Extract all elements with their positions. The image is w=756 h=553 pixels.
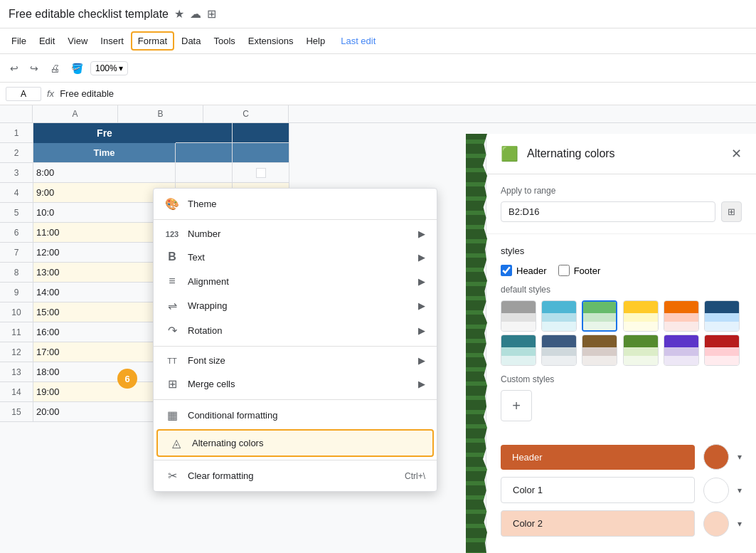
swatch-slate[interactable] xyxy=(541,335,577,366)
menu-item-theme-label: Theme xyxy=(188,199,425,209)
star-icon[interactable]: ★ xyxy=(174,7,184,21)
swatch-red[interactable] xyxy=(704,335,740,366)
swatch-purple[interactable] xyxy=(664,335,699,366)
range-grid-btn[interactable]: ⊞ xyxy=(721,201,742,222)
subheader-time[interactable]: Time xyxy=(33,143,176,163)
menu-format[interactable]: Format xyxy=(131,31,174,51)
menu-help[interactable]: Help xyxy=(300,33,331,49)
header-cell-title[interactable]: Fre xyxy=(33,123,176,143)
menu-item-theme[interactable]: 🎨 Theme xyxy=(154,191,437,216)
alternating-colors-panel: 🟩 Alternating colors ✕ Apply to range ⊞ … xyxy=(486,134,756,553)
col-header-a[interactable]: A xyxy=(33,105,118,122)
range-input[interactable] xyxy=(501,201,715,222)
header-cell-c1[interactable] xyxy=(233,123,289,143)
row-num-12[interactable]: 12 xyxy=(0,342,33,362)
text-arrow-icon: ▶ xyxy=(418,252,425,263)
menu-file[interactable]: File xyxy=(6,33,32,49)
menu-item-conditional[interactable]: ▦ Conditional formatting xyxy=(154,403,437,428)
row-num-4[interactable]: 4 xyxy=(0,183,33,203)
cell-reference[interactable]: A xyxy=(6,87,41,101)
apply-to-range-section: Apply to range ⊞ xyxy=(486,174,756,234)
menu-tools[interactable]: Tools xyxy=(208,33,240,49)
footer-checkbox-label[interactable]: Footer xyxy=(558,265,601,276)
row-num-7[interactable]: 7 xyxy=(0,243,33,263)
cell-time-800[interactable]: 8:00 xyxy=(33,163,176,183)
rotation-icon: ↷ xyxy=(165,324,179,337)
menu-item-wrapping[interactable]: ⇌ Wrapping ▶ xyxy=(154,293,437,318)
header-checkbox-label[interactable]: Header xyxy=(501,265,547,276)
swatch-seafoam[interactable] xyxy=(501,335,536,366)
header-color-btn[interactable]: Header xyxy=(501,445,695,470)
cell-b3[interactable] xyxy=(176,163,233,183)
menu-item-clear-formatting[interactable]: ✂ Clear formatting Ctrl+\ xyxy=(154,463,437,488)
row-num-1[interactable]: 1 xyxy=(0,123,33,143)
row-num-15[interactable]: 15 xyxy=(0,402,33,422)
alternating-colors-icon: ◬ xyxy=(169,436,183,450)
menu-item-rotation-label: Rotation xyxy=(188,325,410,336)
swatch-blue[interactable] xyxy=(704,300,740,332)
menu-item-number[interactable]: 123 Number ▶ xyxy=(154,223,437,245)
save-icon[interactable]: ☁ xyxy=(190,7,201,21)
row-num-6[interactable]: 6 xyxy=(0,223,33,243)
menu-data[interactable]: Data xyxy=(176,33,206,49)
menu-edit[interactable]: Edit xyxy=(33,33,60,49)
menu-insert[interactable]: Insert xyxy=(95,33,129,49)
swatch-orange[interactable] xyxy=(664,300,699,332)
col-header-c[interactable]: C xyxy=(203,105,289,122)
cloud-icon[interactable]: ⊞ xyxy=(207,7,216,21)
header-color-dropdown[interactable]: ▾ xyxy=(738,452,742,462)
color2-dropdown[interactable]: ▾ xyxy=(738,519,742,529)
menu-item-alignment[interactable]: ≡ Alignment ▶ xyxy=(154,269,437,293)
color2-swatch[interactable] xyxy=(703,511,729,537)
panel-close-btn[interactable]: ✕ xyxy=(731,146,742,162)
row-num-13[interactable]: 13 xyxy=(0,362,33,382)
add-custom-style-btn[interactable]: + xyxy=(501,390,532,421)
print-btn[interactable]: 🖨 xyxy=(46,60,64,77)
row-num-5[interactable]: 5 xyxy=(0,203,33,223)
menu-item-alternating-colors[interactable]: ◬ Alternating colors xyxy=(156,429,434,457)
zoom-selector[interactable]: 100% ▾ xyxy=(90,61,128,75)
swatch-green[interactable] xyxy=(582,300,617,332)
header-color-swatch[interactable] xyxy=(703,444,729,470)
swatch-yellow[interactable] xyxy=(623,300,659,332)
row-num-9[interactable]: 9 xyxy=(0,283,33,302)
paint-format-btn[interactable]: 🪣 xyxy=(67,60,87,77)
subheader-b2[interactable] xyxy=(176,143,233,163)
undo-btn[interactable]: ↩ xyxy=(6,60,23,77)
row-num-11[interactable]: 11 xyxy=(0,322,33,342)
swatch-teal[interactable] xyxy=(541,300,577,332)
header-cell-b1[interactable] xyxy=(176,123,233,143)
swatch-brown[interactable] xyxy=(582,335,617,366)
color1-btn[interactable]: Color 1 xyxy=(501,477,695,503)
fontsize-arrow-icon: ▶ xyxy=(418,355,425,366)
subheader-c2[interactable] xyxy=(233,143,289,163)
row-num-2[interactable]: 2 xyxy=(0,143,33,163)
theme-icon: 🎨 xyxy=(165,197,179,211)
menu-extensions[interactable]: Extensions xyxy=(243,33,299,49)
color2-btn[interactable]: Color 2 xyxy=(501,510,695,537)
menu-item-text[interactable]: B Text ▶ xyxy=(154,245,437,269)
table-row: 8:00 xyxy=(33,163,289,183)
row-num-3[interactable]: 3 xyxy=(0,163,33,183)
menu-item-rotation[interactable]: ↷ Rotation ▶ xyxy=(154,318,437,343)
redo-btn[interactable]: ↪ xyxy=(26,60,43,77)
color1-swatch[interactable] xyxy=(703,478,729,503)
panel-title: Alternating colors xyxy=(527,147,615,160)
cell-check-800[interactable] xyxy=(233,163,289,183)
header-checkbox[interactable] xyxy=(501,265,512,276)
color1-dropdown[interactable]: ▾ xyxy=(738,485,742,495)
row-num-14[interactable]: 14 xyxy=(0,382,33,402)
menu-item-merge[interactable]: ⊞ Merge cells ▶ xyxy=(154,372,437,396)
footer-checkbox[interactable] xyxy=(558,265,570,276)
row-num-10[interactable]: 10 xyxy=(0,302,33,322)
swatch-gray[interactable] xyxy=(501,300,536,332)
text-bold-icon: B xyxy=(165,251,179,263)
menu-item-fontsize[interactable]: TT Font size ▶ xyxy=(154,349,437,372)
swatch-lime[interactable] xyxy=(623,335,659,366)
menu-view[interactable]: View xyxy=(62,33,93,49)
header-label: Header xyxy=(516,265,547,276)
row-num-8[interactable]: 8 xyxy=(0,263,33,283)
document-title: Free editable checklist template xyxy=(9,8,169,21)
clear-formatting-icon: ✂ xyxy=(165,469,179,483)
col-header-b[interactable]: B xyxy=(118,105,203,122)
